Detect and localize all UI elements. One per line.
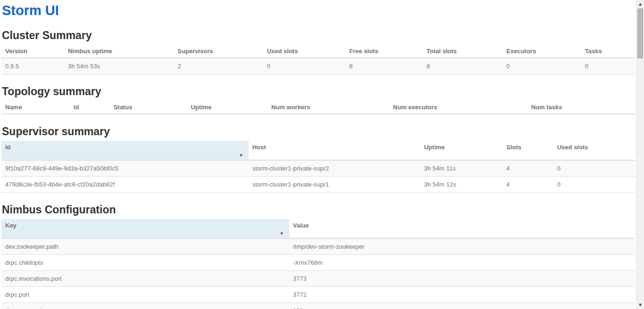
cluster-summary-heading: Cluster Summary: [2, 29, 635, 41]
cell-executors: 0: [502, 58, 581, 74]
cell-used-slots: 0: [553, 177, 635, 193]
col-header-status[interactable]: Status: [110, 101, 187, 114]
topology-summary-heading: Topology summary: [2, 85, 635, 98]
col-header-total-slots[interactable]: Total slots: [423, 45, 502, 58]
col-header-used-slots[interactable]: Used slots: [263, 45, 346, 58]
col-header-supervisors[interactable]: Supervisors: [174, 45, 263, 58]
table-row: drpc.queue.size 128: [1, 303, 635, 309]
cell-slots: 4: [502, 160, 553, 177]
cell-config-key: drpc.port: [1, 287, 289, 303]
cell-config-value: -Xmx768m: [289, 255, 635, 271]
col-header-uptime[interactable]: Uptime: [420, 141, 503, 160]
cell-supervisors: 2: [174, 58, 263, 74]
vertical-scrollbar[interactable]: ▲ ▼: [636, 0, 644, 309]
col-header-slots[interactable]: Slots: [502, 141, 553, 160]
col-header-host[interactable]: Host: [249, 141, 420, 160]
cell-config-value: 3772: [289, 287, 635, 303]
cell-config-value: /tmp/dev-storm-zookeeper: [289, 238, 635, 255]
cell-supervisor-id: 9f10a277-68c9-449e-9d3a-b327a50bf0c5: [1, 160, 249, 177]
storm-ui-page: Storm UI Cluster Summary Version Nimbus …: [0, 0, 636, 309]
page-title: Storm UI: [2, 3, 635, 18]
cluster-summary-table: Version Nimbus uptime Supervisors Used s…: [1, 45, 635, 74]
topology-summary-section: Topology summary Name Id Status Uptime N…: [1, 85, 635, 114]
col-header-version[interactable]: Version: [1, 45, 64, 58]
scroll-up-icon[interactable]: ▲: [636, 0, 644, 8]
col-header-num-workers[interactable]: Num workers: [268, 101, 389, 114]
col-header-name[interactable]: Name: [1, 101, 70, 114]
scroll-down-icon[interactable]: ▼: [636, 301, 644, 309]
cell-uptime: 3h 54m 11s: [420, 160, 503, 177]
col-header-id-sorted[interactable]: Id ▾: [1, 141, 249, 160]
cell-version: 0.9.5: [1, 58, 64, 74]
table-row: dev.zookeeper.path /tmp/dev-storm-zookee…: [1, 238, 635, 255]
col-header-key-sorted[interactable]: Key ▾: [1, 219, 289, 238]
supervisor-summary-section: Supervisor summary Id ▾ Host Uptime Slot…: [1, 125, 635, 193]
cell-config-value: 128: [289, 303, 635, 309]
cell-tasks: 0: [581, 58, 635, 74]
col-header-tasks[interactable]: Tasks: [581, 45, 635, 58]
table-row: 9f10a277-68c9-449e-9d3a-b327a50bf0c5 sto…: [1, 160, 635, 177]
cell-host: storm-cluster1-private-supr1: [249, 177, 420, 193]
col-header-id-label: Id: [5, 144, 11, 151]
supervisor-summary-heading: Supervisor summary: [2, 125, 635, 138]
col-header-id[interactable]: Id: [70, 101, 110, 114]
cell-uptime: 3h 54m 12s: [420, 177, 503, 193]
table-row: drpc.invocations.port 3773: [1, 271, 635, 287]
cell-supervisor-id: 479d6c3e-fb53-4b4e-afc6-cf20a2dab82f: [1, 177, 249, 193]
nimbus-configuration-table: Key ▾ Value dev.zookeeper.path /tmp/dev-…: [1, 219, 635, 309]
supervisor-summary-table: Id ▾ Host Uptime Slots Used slots 9f10a2…: [1, 141, 635, 193]
col-header-key-label: Key: [5, 222, 17, 229]
col-header-value[interactable]: Value: [289, 219, 635, 238]
col-header-used-slots[interactable]: Used slots: [553, 141, 635, 160]
col-header-free-slots[interactable]: Free slots: [345, 45, 423, 58]
table-row: drpc.childopts -Xmx768m: [1, 255, 635, 271]
table-row: drpc.port 3772: [1, 287, 635, 303]
table-row: 0.9.5 3h 54m 53s 2 0 8 8 0 0: [1, 58, 635, 74]
cell-config-key: dev.zookeeper.path: [1, 238, 289, 255]
cell-config-value: 3773: [289, 271, 635, 287]
nimbus-configuration-heading: Nimbus Configuration: [2, 203, 635, 216]
col-header-nimbus-uptime[interactable]: Nimbus uptime: [64, 45, 174, 58]
table-header-row: Name Id Status Uptime Num workers Num ex…: [1, 101, 635, 114]
cell-nimbus-uptime: 3h 54m 53s: [64, 58, 174, 74]
cluster-summary-section: Cluster Summary Version Nimbus uptime Su…: [1, 29, 635, 74]
cell-config-key: drpc.queue.size: [1, 303, 289, 309]
col-header-num-tasks[interactable]: Num tasks: [527, 101, 635, 114]
table-header-row: Id ▾ Host Uptime Slots Used slots: [1, 141, 635, 160]
table-header-row: Version Nimbus uptime Supervisors Used s…: [1, 45, 635, 58]
cell-config-key: drpc.invocations.port: [1, 271, 289, 287]
cell-used-slots: 0: [263, 58, 346, 74]
scrollbar-thumb[interactable]: [637, 8, 643, 58]
topology-summary-table: Name Id Status Uptime Num workers Num ex…: [1, 101, 635, 114]
table-header-row: Key ▾ Value: [1, 219, 635, 238]
sort-desc-icon: ▾: [240, 153, 243, 158]
nimbus-configuration-section: Nimbus Configuration Key ▾ Value dev.zoo…: [1, 203, 635, 309]
cell-used-slots: 0: [553, 160, 635, 177]
col-header-uptime[interactable]: Uptime: [187, 101, 268, 114]
cell-free-slots: 8: [345, 58, 423, 74]
cell-slots: 4: [502, 177, 553, 193]
col-header-num-executors[interactable]: Num executors: [389, 101, 527, 114]
cell-host: storm-cluster1-private-supr2: [249, 160, 420, 177]
cell-config-key: drpc.childopts: [1, 255, 289, 271]
table-row: 479d6c3e-fb53-4b4e-afc6-cf20a2dab82f sto…: [1, 177, 635, 193]
col-header-executors[interactable]: Executors: [502, 45, 581, 58]
sort-desc-icon: ▾: [280, 231, 283, 236]
cell-total-slots: 8: [423, 58, 502, 74]
